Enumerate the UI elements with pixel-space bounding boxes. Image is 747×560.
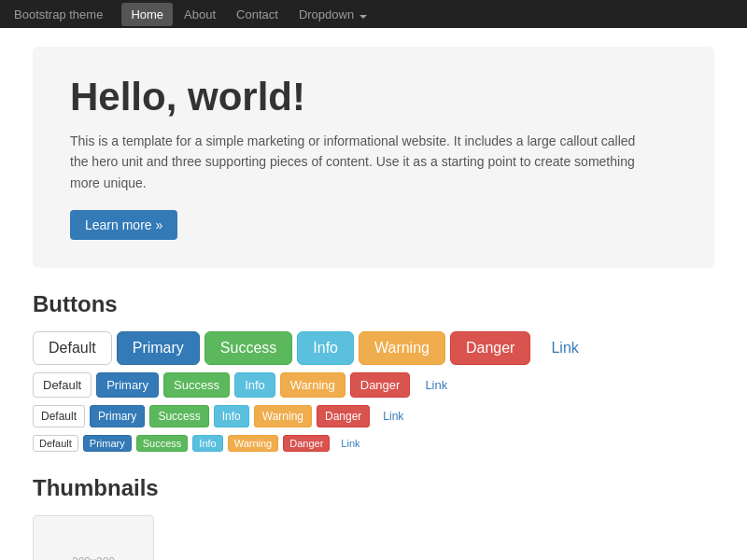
btn-success-sm[interactable]: Success	[149, 405, 208, 427]
learn-more-button[interactable]: Learn more »	[70, 210, 177, 240]
thumbnail-item: 200x200	[33, 515, 154, 560]
buttons-section-title: Buttons	[33, 291, 714, 317]
btn-info-xs[interactable]: Info	[192, 435, 222, 452]
btn-danger-lg[interactable]: Danger	[450, 331, 530, 365]
button-row-sm: Default Primary Success Info Warning Dan…	[33, 405, 714, 427]
btn-link-lg[interactable]: Link	[535, 331, 594, 365]
btn-warning-lg[interactable]: Warning	[359, 331, 445, 365]
btn-link-sm[interactable]: Link	[374, 405, 412, 427]
btn-success-lg[interactable]: Success	[204, 331, 292, 365]
thumbnail-label: 200x200	[72, 555, 115, 560]
hero-title: Hello, world!	[70, 75, 677, 119]
button-row-md: Default Primary Success Info Warning Dan…	[33, 372, 714, 398]
nav-item-home[interactable]: Home	[121, 3, 173, 26]
nav-link-home[interactable]: Home	[121, 3, 173, 26]
navbar-brand[interactable]: Bootstrap theme	[14, 7, 103, 21]
btn-danger-xs[interactable]: Danger	[283, 435, 330, 452]
thumbnails-section: Thumbnails 200x200	[33, 475, 714, 560]
button-row-lg: Default Primary Success Info Warning Dan…	[33, 331, 714, 365]
btn-info-sm[interactable]: Info	[214, 405, 249, 427]
btn-warning-md[interactable]: Warning	[280, 372, 345, 398]
nav-link-dropdown[interactable]: Dropdown	[289, 3, 376, 26]
nav-link-contact[interactable]: Contact	[227, 3, 288, 26]
nav-item-dropdown[interactable]: Dropdown	[289, 3, 376, 26]
main-content: Hello, world! This is a template for a s…	[19, 28, 728, 560]
btn-warning-sm[interactable]: Warning	[254, 405, 312, 427]
button-row-xs: Default Primary Success Info Warning Dan…	[33, 435, 714, 452]
btn-default-md[interactable]: Default	[33, 372, 92, 398]
nav-link-about[interactable]: About	[175, 3, 225, 26]
btn-danger-sm[interactable]: Danger	[317, 405, 370, 427]
btn-info-lg[interactable]: Info	[297, 331, 354, 365]
btn-info-md[interactable]: Info	[234, 372, 275, 398]
hero-description: This is a template for a simple marketin…	[70, 131, 649, 193]
btn-primary-lg[interactable]: Primary	[117, 331, 200, 365]
btn-primary-md[interactable]: Primary	[96, 372, 159, 398]
hero-section: Hello, world! This is a template for a s…	[33, 47, 714, 268]
btn-success-xs[interactable]: Success	[136, 435, 189, 452]
btn-success-md[interactable]: Success	[163, 372, 230, 398]
buttons-section: Buttons Default Primary Success Info War…	[33, 291, 714, 452]
btn-link-md[interactable]: Link	[415, 372, 458, 398]
thumbnails-section-title: Thumbnails	[33, 475, 714, 501]
nav-item-about[interactable]: About	[175, 3, 225, 26]
btn-warning-xs[interactable]: Warning	[228, 435, 279, 452]
btn-danger-md[interactable]: Danger	[350, 372, 411, 398]
btn-link-xs[interactable]: Link	[334, 435, 366, 452]
btn-primary-sm[interactable]: Primary	[90, 405, 145, 427]
nav-item-contact[interactable]: Contact	[227, 3, 288, 26]
btn-default-xs[interactable]: Default	[33, 435, 78, 452]
dropdown-caret-icon	[359, 15, 367, 19]
btn-default-lg[interactable]: Default	[33, 331, 112, 365]
navbar: Bootstrap theme Home About Contact Dropd…	[0, 0, 747, 28]
btn-primary-xs[interactable]: Primary	[83, 435, 132, 452]
btn-default-sm[interactable]: Default	[33, 405, 85, 427]
